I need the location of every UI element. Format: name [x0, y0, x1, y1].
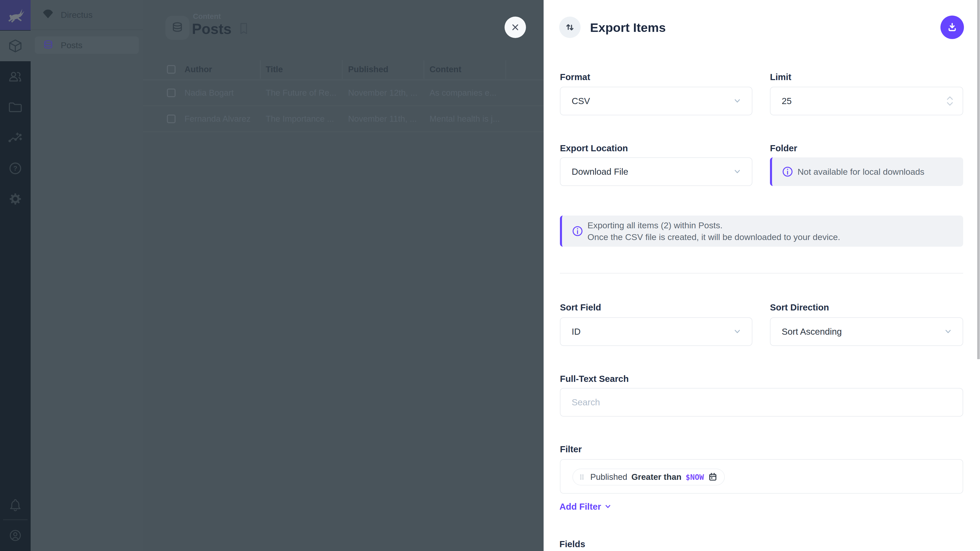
export-items-drawer: Export Items Format CSV Limit 25 Export …	[544, 0, 980, 551]
chevron-down-icon	[733, 327, 741, 336]
drawer-title: Export Items	[590, 21, 666, 35]
rabbit-logo-icon	[6, 6, 24, 24]
search-input[interactable]	[560, 388, 963, 416]
module-insights[interactable]	[0, 122, 30, 153]
insights-icon	[8, 130, 23, 145]
export-notice-line2: Once the CSV file is created, it will be…	[587, 231, 840, 243]
sort-field-select[interactable]: ID	[560, 318, 752, 346]
filter-label: Filter	[560, 444, 582, 454]
row-checkbox[interactable]	[167, 114, 176, 123]
chevron-down-icon	[733, 167, 741, 176]
module-settings[interactable]	[0, 184, 30, 214]
info-icon	[782, 166, 794, 178]
module-content[interactable]	[0, 30, 30, 61]
gear-icon	[8, 192, 23, 206]
table-row[interactable]: Fernanda Alvarez The Importance ... Nove…	[143, 106, 544, 132]
help-icon: ?	[8, 161, 23, 176]
column-header-title[interactable]: Title	[266, 59, 283, 79]
cell-author: Nadia Bogart	[185, 80, 234, 106]
select-all-checkbox[interactable]	[167, 65, 176, 74]
folder-icon	[8, 100, 23, 114]
limit-input[interactable]: 25	[770, 87, 963, 115]
limit-value: 25	[782, 96, 792, 106]
project-fan-icon	[41, 8, 55, 21]
number-stepper[interactable]	[946, 96, 953, 106]
box-icon	[8, 38, 23, 53]
page-title: Posts	[192, 21, 231, 37]
svg-text:?: ?	[13, 165, 18, 172]
fields-section-label: Fields	[559, 539, 585, 549]
start-export-button[interactable]	[940, 16, 964, 39]
users-icon	[8, 69, 23, 84]
section-divider	[560, 273, 963, 273]
cell-title: The Importance ...	[266, 106, 334, 132]
format-label: Format	[560, 72, 590, 82]
column-header-content[interactable]: Content	[430, 59, 461, 79]
filter-container: Published Greater than $NOW	[560, 459, 963, 494]
module-help[interactable]: ?	[0, 153, 30, 184]
directus-logo[interactable]	[0, 0, 30, 30]
filter-operator[interactable]: Greater than	[632, 472, 681, 482]
module-users[interactable]	[0, 61, 30, 92]
cell-published: November 11th, ...	[348, 106, 417, 132]
cell-author: Fernanda Alvarez	[185, 106, 251, 132]
sort-direction-select[interactable]: Sort Ascending	[770, 318, 963, 346]
close-drawer-button[interactable]	[504, 17, 526, 38]
sidebar-item-posts[interactable]: Posts	[35, 37, 139, 54]
sort-direction-value: Sort Ascending	[782, 327, 842, 337]
export-location-label: Export Location	[560, 143, 628, 153]
nav-panel: Directus Posts	[30, 0, 143, 551]
project-name: Directus	[61, 10, 93, 20]
import-export-icon-button	[559, 17, 581, 38]
format-select[interactable]: CSV	[560, 87, 752, 115]
limit-label: Limit	[770, 72, 791, 82]
swap-vertical-icon	[564, 21, 576, 33]
format-value: CSV	[572, 96, 590, 106]
database-icon	[171, 21, 184, 35]
chevron-down-icon	[733, 97, 741, 105]
breadcrumb: Content	[193, 12, 221, 21]
download-icon	[946, 21, 958, 33]
collection-icon-button[interactable]	[165, 16, 189, 40]
notifications-button[interactable]	[0, 489, 30, 520]
drawer-scrollbar[interactable]	[977, 0, 980, 551]
folder-notice-text: Not available for local downloads	[772, 166, 924, 178]
bell-icon	[8, 497, 23, 512]
database-icon	[42, 39, 54, 51]
export-location-value: Download File	[572, 167, 628, 177]
drag-handle-icon[interactable]	[578, 473, 586, 481]
filter-field[interactable]: Published	[590, 472, 627, 482]
sort-direction-label: Sort Direction	[770, 302, 829, 313]
bookmark-button[interactable]	[238, 21, 251, 36]
filter-rule-chip[interactable]: Published Greater than $NOW	[573, 468, 725, 486]
calendar-icon[interactable]	[708, 472, 718, 482]
add-filter-label: Add Filter	[559, 502, 601, 512]
column-header-published[interactable]: Published	[348, 59, 388, 79]
bookmark-icon	[238, 21, 250, 36]
sort-field-label: Sort Field	[560, 302, 601, 313]
add-filter-button[interactable]: Add Filter	[559, 502, 612, 512]
table-row[interactable]: Nadia Bogart The Future of Re... Novembe…	[143, 80, 544, 106]
export-notice-line1: Exporting all items (2) within Posts.	[587, 219, 840, 231]
cell-content: Mental health is j...	[430, 106, 500, 132]
account-button[interactable]	[0, 520, 30, 551]
chevron-up-icon	[946, 96, 953, 100]
close-icon	[511, 22, 520, 32]
module-bar: ?	[0, 0, 30, 551]
sidebar-item-label: Posts	[61, 40, 83, 50]
module-files[interactable]	[0, 92, 30, 122]
full-text-search-label: Full-Text Search	[560, 374, 629, 384]
column-header-author[interactable]: Author	[185, 59, 212, 79]
row-checkbox[interactable]	[167, 89, 176, 97]
scrollbar-thumb[interactable]	[977, 0, 980, 359]
export-location-select[interactable]: Download File	[560, 157, 752, 186]
sort-field-value: ID	[572, 327, 581, 337]
table-header: Author Title Published Content	[143, 59, 544, 80]
folder-label: Folder	[770, 143, 797, 153]
info-icon	[572, 225, 584, 237]
folder-disabled-notice: Not available for local downloads	[770, 157, 963, 186]
project-header[interactable]: Directus	[30, 0, 143, 30]
chevron-down-icon	[946, 102, 953, 106]
filter-value[interactable]: $NOW	[686, 473, 704, 482]
avatar-icon	[8, 528, 23, 543]
